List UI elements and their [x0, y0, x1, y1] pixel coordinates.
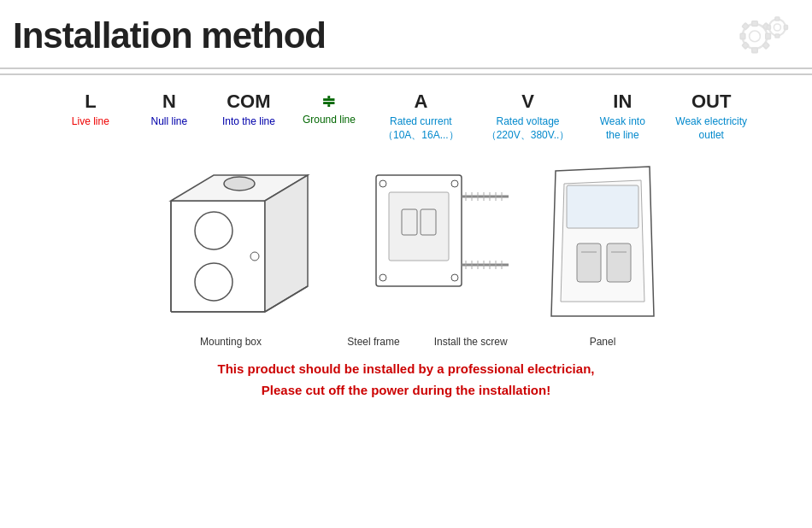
svg-rect-52 [567, 185, 638, 228]
svg-rect-5 [766, 33, 771, 38]
svg-rect-9 [762, 42, 769, 49]
svg-rect-13 [775, 34, 780, 38]
svg-point-19 [195, 212, 232, 249]
svg-point-21 [224, 177, 255, 191]
legend-item-ground: ≑ Ground line [303, 91, 356, 127]
svg-rect-3 [752, 48, 757, 53]
symbol-a: A [414, 91, 427, 113]
svg-rect-6 [742, 23, 749, 30]
svg-rect-8 [742, 42, 749, 49]
warning-section: This product should be installed by a pr… [0, 348, 812, 406]
label-l: Live line [72, 115, 109, 129]
symbol-out: OUT [691, 91, 731, 113]
label-install-screw: Install the screw [434, 336, 508, 348]
symbol-v: V [521, 91, 534, 113]
svg-rect-2 [752, 21, 757, 26]
svg-rect-32 [402, 209, 417, 235]
legend-section: L Live line N Null line COM Into the lin… [0, 75, 812, 150]
label-mounting-box: Mounting box [200, 336, 262, 348]
svg-rect-12 [775, 17, 780, 21]
legend-item-in: IN Weak intothe line [597, 91, 648, 143]
svg-point-10 [769, 19, 786, 35]
svg-rect-54 [607, 243, 631, 282]
symbol-l: L [85, 91, 96, 113]
symbol-in: IN [613, 91, 632, 113]
svg-rect-15 [784, 26, 787, 30]
frame-labels: Steel frame Install the screw [347, 329, 507, 348]
label-in: Weak intothe line [600, 115, 645, 142]
svg-rect-27 [389, 192, 449, 261]
diagram-section: Mounting box [0, 150, 812, 348]
legend-item-com: COM Into the line [222, 91, 275, 129]
label-panel: Panel [590, 336, 616, 348]
symbol-ground: ≑ [321, 91, 336, 111]
label-v: Rated voltage（220V、380V..） [486, 115, 570, 142]
label-steel-frame: Steel frame [347, 336, 399, 348]
label-n: Null line [151, 115, 188, 129]
svg-point-20 [195, 263, 232, 301]
gear-icon [731, 9, 799, 63]
label-out: Weak electricityoutlet [675, 115, 747, 142]
svg-point-29 [451, 180, 458, 187]
svg-rect-53 [577, 243, 601, 282]
svg-rect-4 [740, 33, 745, 38]
legend-item-n: N Null line [144, 91, 195, 129]
svg-point-31 [451, 274, 458, 281]
svg-point-1 [750, 31, 761, 42]
warning-line1: This product should be installed by a pr… [17, 358, 795, 380]
legend-item-v: V Rated voltage（220V、380V..） [486, 91, 570, 143]
svg-point-30 [380, 274, 386, 281]
warning-line2: Please cut off the power during the inst… [17, 379, 795, 402]
svg-rect-14 [767, 26, 770, 30]
legend-item-out: OUT Weak electricityoutlet [675, 91, 747, 143]
svg-point-11 [774, 24, 780, 31]
header: Installation method [0, 0, 812, 69]
label-ground: Ground line [303, 114, 356, 127]
symbol-n: N [162, 91, 176, 113]
svg-rect-33 [421, 209, 436, 235]
legend-item-a: A Rated current（10A、16A...） [383, 91, 459, 143]
panel-item: Panel [538, 158, 667, 348]
svg-point-22 [250, 252, 259, 261]
svg-point-28 [380, 180, 386, 187]
label-com: Into the line [222, 115, 275, 129]
page-title: Installation method [13, 15, 326, 56]
mounting-box-item: Mounting box [145, 158, 316, 348]
symbol-com: COM [227, 91, 270, 113]
legend-item-l: L Live line [65, 91, 116, 129]
steel-frame-area: Steel frame Install the screw [333, 158, 521, 348]
label-a: Rated current（10A、16A...） [383, 115, 459, 142]
